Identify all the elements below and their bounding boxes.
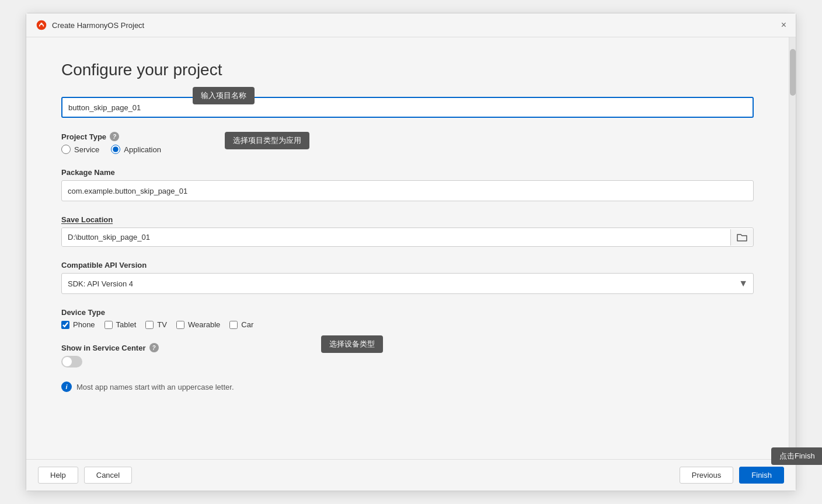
- bottom-right-buttons: Previous Finish: [680, 467, 784, 484]
- title-bar: Create HarmonyOS Project ×: [26, 13, 796, 37]
- project-type-label: Project Type ?: [61, 132, 754, 141]
- bottom-bar: Help Cancel Previous Finish: [26, 459, 796, 491]
- project-name-input[interactable]: [61, 97, 754, 118]
- service-center-group: Show in Service Center ?: [61, 343, 754, 368]
- info-row: i Most app names start with an uppercase…: [61, 382, 754, 392]
- harmony-logo-icon: [36, 19, 47, 31]
- radio-service-input[interactable]: [61, 145, 71, 154]
- checkbox-wearable-label: Wearable: [188, 320, 220, 329]
- package-name-input[interactable]: [61, 180, 754, 201]
- checkbox-wearable[interactable]: Wearable: [176, 320, 220, 329]
- checkbox-car[interactable]: Car: [229, 320, 253, 329]
- project-type-help-icon[interactable]: ?: [110, 132, 119, 141]
- tooltip-4-wrap: 4 点击Finish: [771, 450, 784, 463]
- device-type-group: Device Type Phone Tablet TV: [61, 308, 754, 329]
- package-name-label: Package Name: [61, 168, 754, 177]
- toggle-switch[interactable]: [61, 356, 82, 368]
- api-version-select[interactable]: SDK: API Version 4 SDK: API Version 5 SD…: [61, 273, 754, 294]
- checkbox-phone-label: Phone: [73, 320, 95, 329]
- page-title: Configure your project: [61, 61, 754, 79]
- radio-service-label: Service: [74, 145, 99, 154]
- main-content: Configure your project Project Type ? Se…: [26, 37, 789, 459]
- bottom-left-buttons: Help Cancel: [38, 467, 132, 484]
- tooltip-2-wrap: 2 选择项目类型为应用: [225, 134, 238, 147]
- tooltip-1-wrap: 1 输入项目名称: [193, 89, 206, 102]
- checkbox-tv-label: TV: [157, 320, 167, 329]
- toggle-thumb: [62, 357, 72, 366]
- device-type-options: Phone Tablet TV Wearable: [61, 320, 754, 329]
- checkbox-tv[interactable]: TV: [145, 320, 167, 329]
- checkbox-phone-input[interactable]: [61, 321, 69, 329]
- radio-service[interactable]: Service: [61, 145, 99, 154]
- radio-application[interactable]: Application: [111, 145, 161, 154]
- service-center-help-icon[interactable]: ?: [149, 343, 159, 352]
- checkbox-tv-input[interactable]: [145, 321, 154, 329]
- save-location-label: Save Location: [61, 215, 754, 224]
- window-title: Create HarmonyOS Project: [52, 21, 144, 30]
- api-version-group: Compatible API Version SDK: API Version …: [61, 261, 754, 294]
- cancel-button[interactable]: Cancel: [84, 467, 132, 484]
- scrollbar[interactable]: [789, 37, 796, 459]
- project-type-group: Project Type ? Service Application: [61, 132, 754, 154]
- save-location-group: Save Location: [61, 215, 754, 247]
- project-type-options: Service Application: [61, 145, 754, 154]
- checkbox-car-input[interactable]: [229, 321, 238, 329]
- radio-application-input[interactable]: [111, 145, 120, 154]
- tooltip-1: 输入项目名称: [193, 87, 255, 104]
- tooltip-3-wrap: 3 选择设备类型: [321, 338, 334, 351]
- tooltip-2: 选择项目类型为应用: [225, 132, 309, 149]
- close-button[interactable]: ×: [781, 20, 786, 30]
- finish-button[interactable]: Finish: [739, 467, 784, 484]
- content-area: Configure your project Project Type ? Se…: [26, 37, 796, 459]
- service-center-label: Show in Service Center ?: [61, 343, 754, 352]
- info-icon: i: [61, 382, 72, 392]
- svg-point-0: [37, 20, 47, 30]
- help-button[interactable]: Help: [38, 467, 78, 484]
- checkbox-wearable-input[interactable]: [176, 321, 184, 329]
- project-name-field-wrap: [61, 97, 754, 118]
- create-project-window: Create HarmonyOS Project × Configure you…: [26, 13, 796, 491]
- checkbox-tablet-label: Tablet: [116, 320, 137, 329]
- api-version-label: Compatible API Version: [61, 261, 754, 270]
- api-version-select-wrapper: SDK: API Version 4 SDK: API Version 5 SD…: [61, 273, 754, 294]
- save-location-field: [61, 228, 754, 247]
- browse-folder-button[interactable]: [730, 229, 753, 246]
- checkbox-tablet[interactable]: Tablet: [105, 320, 137, 329]
- save-location-input[interactable]: [62, 228, 730, 246]
- checkbox-phone[interactable]: Phone: [61, 320, 95, 329]
- previous-button[interactable]: Previous: [680, 467, 734, 484]
- folder-icon: [737, 233, 747, 242]
- service-center-toggle[interactable]: [61, 356, 754, 368]
- device-type-label: Device Type: [61, 308, 754, 317]
- tooltip-4: 点击Finish: [771, 447, 822, 465]
- tooltip-3: 选择设备类型: [321, 335, 383, 353]
- svg-point-1: [40, 23, 42, 24]
- project-name-group: [61, 97, 754, 118]
- checkbox-car-label: Car: [241, 320, 253, 329]
- checkbox-tablet-input[interactable]: [105, 321, 113, 329]
- title-bar-left: Create HarmonyOS Project: [36, 19, 144, 31]
- package-name-group: Package Name: [61, 168, 754, 201]
- scrollbar-thumb[interactable]: [790, 49, 796, 96]
- info-message: Most app names start with an uppercase l…: [76, 383, 234, 391]
- radio-application-label: Application: [124, 145, 161, 154]
